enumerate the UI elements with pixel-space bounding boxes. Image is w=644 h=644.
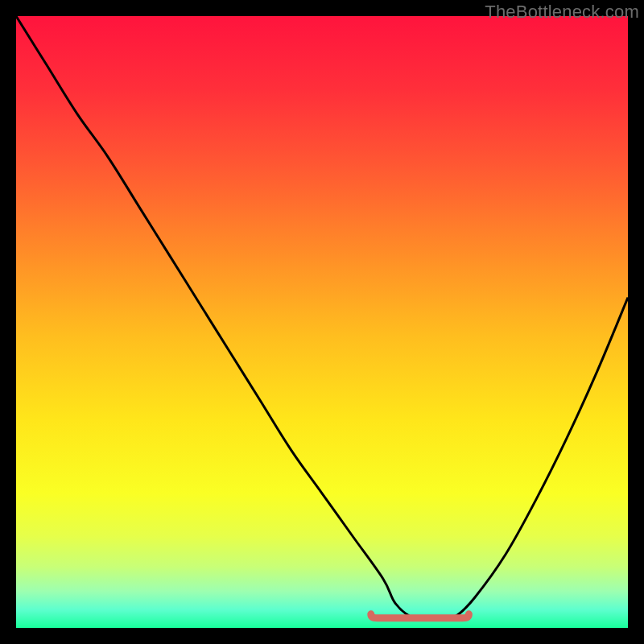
bottleneck-chart [16, 16, 628, 628]
gradient-background [16, 16, 628, 628]
chart-frame [16, 16, 628, 628]
optimal-region-marker [371, 614, 469, 618]
watermark-text: TheBottleneck.com [485, 2, 639, 23]
